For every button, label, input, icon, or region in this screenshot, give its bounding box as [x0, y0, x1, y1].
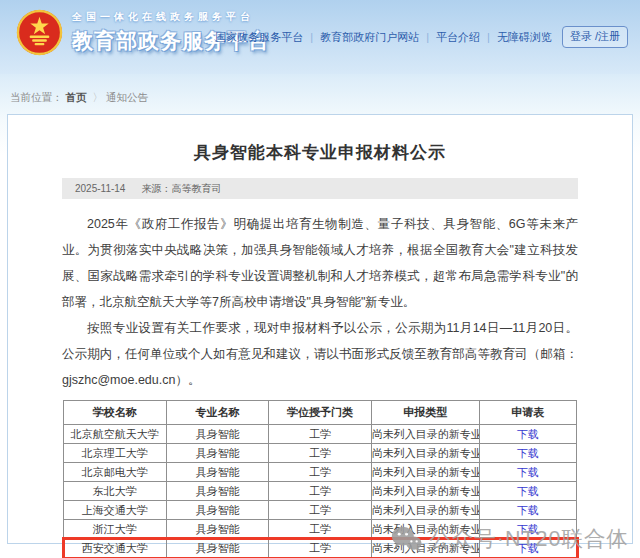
nav-moe-portal[interactable]: 教育部政府门户网站: [320, 30, 419, 45]
nav-divider: |: [426, 31, 429, 43]
platform-tagline: 全国一体化在线政务服务平台: [72, 10, 270, 24]
table-row-highlighted: 西安交通大学 具身智能 工学 尚未列入目录的新专业 下载: [64, 539, 577, 558]
article-date: 2025-11-14: [75, 178, 125, 199]
header-nav: 国家政务服务平台 | 教育部政府门户网站 | 平台介绍 | 无障碍浏览 登录 /…: [215, 26, 628, 48]
cell-form: 下载: [479, 539, 577, 558]
breadcrumb-home-link[interactable]: 首页: [66, 91, 87, 103]
article-panel: 具身智能本科专业申报材料公示 2025-11-14 来源：高等教育司 2025年…: [7, 114, 633, 544]
cell-type: 尚未列入目录的新专业: [371, 501, 479, 520]
cell-form: 下载: [479, 482, 577, 501]
cell-major: 具身智能: [166, 482, 269, 501]
cell-form: 下载: [479, 501, 577, 520]
download-link[interactable]: 下载: [517, 504, 539, 516]
col-header-major: 专业名称: [166, 401, 269, 425]
nav-accessibility[interactable]: 无障碍浏览: [497, 30, 552, 45]
cell-school: 西安交通大学: [64, 539, 167, 558]
cell-school: 北京邮电大学: [64, 463, 167, 482]
login-register-button[interactable]: 登录 /注册: [562, 26, 628, 48]
table-row: 上海交通大学 具身智能 工学 尚未列入目录的新专业 下载: [64, 501, 577, 520]
download-link[interactable]: 下载: [517, 447, 539, 459]
table-row: 北京理工大学 具身智能 工学 尚未列入目录的新专业 下载: [64, 444, 577, 463]
page-title: 具身智能本科专业申报材料公示: [62, 115, 578, 164]
cell-degree: 工学: [269, 539, 372, 558]
cell-type: 尚未列入目录的新专业: [371, 444, 479, 463]
cell-form: 下载: [479, 444, 577, 463]
download-link[interactable]: 下载: [517, 523, 539, 535]
download-link[interactable]: 下载: [517, 428, 539, 440]
article-paragraph: 按照专业设置有关工作要求，现对申报材料予以公示，公示期为11月14日—11月20…: [62, 315, 578, 393]
cell-major: 具身智能: [166, 444, 269, 463]
download-link[interactable]: 下载: [517, 542, 539, 554]
breadcrumb-notices-link[interactable]: 通知公告: [106, 91, 148, 103]
cell-degree: 工学: [269, 463, 372, 482]
cell-major: 具身智能: [166, 463, 269, 482]
breadcrumb: 当前位置：首页〉通知公告: [10, 91, 640, 105]
cell-form: 下载: [479, 463, 577, 482]
breadcrumb-prefix: 当前位置：: [10, 91, 63, 103]
national-emblem-icon: [16, 9, 63, 56]
cell-major: 具身智能: [166, 425, 269, 444]
cell-type: 尚未列入目录的新专业: [371, 520, 479, 539]
nav-divider: |: [310, 31, 313, 43]
col-header-degree: 学位授予门类: [269, 401, 372, 425]
nav-national-platform[interactable]: 国家政务服务平台: [215, 30, 303, 45]
table-row: 浙江大学 具身智能 工学 尚未列入目录的新专业 下载: [64, 520, 577, 539]
article-meta-bar: 2025-11-14 来源：高等教育司: [62, 178, 578, 199]
table-row: 北京邮电大学 具身智能 工学 尚未列入目录的新专业 下载: [64, 463, 577, 482]
cell-degree: 工学: [269, 425, 372, 444]
cell-school: 北京理工大学: [64, 444, 167, 463]
download-link[interactable]: 下载: [517, 466, 539, 478]
nav-divider: |: [487, 31, 490, 43]
cell-type: 尚未列入目录的新专业: [371, 463, 479, 482]
article-paragraph: 2025年《政府工作报告》明确提出培育生物制造、量子科技、具身智能、6G等未来产…: [62, 211, 578, 315]
download-link[interactable]: 下载: [517, 485, 539, 497]
cell-major: 具身智能: [166, 539, 269, 558]
col-header-form: 申请表: [479, 401, 577, 425]
cell-degree: 工学: [269, 444, 372, 463]
cell-major: 具身智能: [166, 501, 269, 520]
application-table: 学校名称 专业名称 学位授予门类 申报类型 申请表 北京航空航天大学 具身智能 …: [63, 400, 577, 558]
site-header: 全国一体化在线政务服务平台 教育部政务服务平台 国家政务服务平台 | 教育部政府…: [0, 0, 640, 74]
col-header-type: 申报类型: [371, 401, 479, 425]
cell-school: 上海交通大学: [64, 501, 167, 520]
table-header-row: 学校名称 专业名称 学位授予门类 申报类型 申请表: [64, 401, 577, 425]
chevron-right-icon: 〉: [93, 91, 104, 103]
cell-school: 东北大学: [64, 482, 167, 501]
cell-form: 下载: [479, 425, 577, 444]
table-row: 北京航空航天大学 具身智能 工学 尚未列入目录的新专业 下载: [64, 425, 577, 444]
cell-type: 尚未列入目录的新专业: [371, 425, 479, 444]
article-body: 2025年《政府工作报告》明确提出培育生物制造、量子科技、具身智能、6G等未来产…: [62, 211, 578, 393]
col-header-school: 学校名称: [64, 401, 167, 425]
cell-type: 尚未列入目录的新专业: [371, 482, 479, 501]
table-row: 东北大学 具身智能 工学 尚未列入目录的新专业 下载: [64, 482, 577, 501]
cell-form: 下载: [479, 520, 577, 539]
nav-platform-intro[interactable]: 平台介绍: [436, 30, 480, 45]
cell-type: 尚未列入目录的新专业: [371, 539, 479, 558]
cell-degree: 工学: [269, 520, 372, 539]
cell-degree: 工学: [269, 482, 372, 501]
cell-degree: 工学: [269, 501, 372, 520]
cell-school: 北京航空航天大学: [64, 425, 167, 444]
cell-school: 浙江大学: [64, 520, 167, 539]
cell-major: 具身智能: [166, 520, 269, 539]
article-source: 来源：高等教育司: [141, 178, 221, 199]
